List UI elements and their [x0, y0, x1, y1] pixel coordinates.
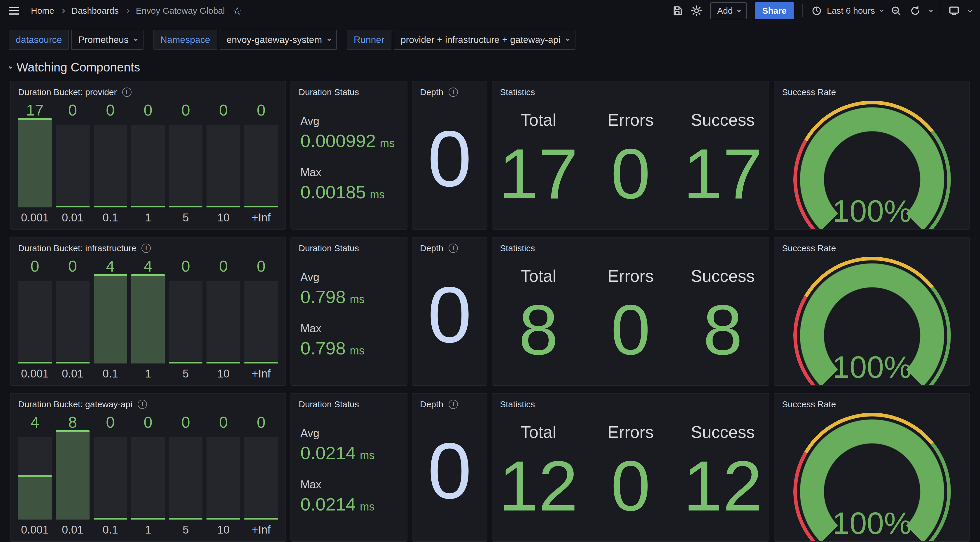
statistic-value: 8	[703, 296, 743, 364]
variable-datasource: datasource Prometheus	[9, 30, 143, 50]
statistic-value: 0	[611, 452, 651, 520]
stat-value: 0.798ms	[301, 338, 398, 359]
bar-category-label: 5	[169, 365, 202, 381]
save-icon[interactable]	[672, 5, 683, 16]
bar-track	[169, 125, 202, 207]
bucket-bar: 05	[169, 100, 202, 225]
info-icon[interactable]: i	[138, 400, 147, 409]
datasource-select[interactable]: Prometheus	[71, 30, 143, 50]
kiosk-monitor-icon[interactable]	[948, 5, 959, 16]
section-title: Watching Components	[17, 61, 140, 74]
row-header-watching-components[interactable]: Watching Components	[0, 56, 980, 81]
stat-value: 0.0214ms	[301, 494, 398, 515]
bar-fill	[94, 274, 127, 363]
statistic: Total17	[492, 97, 584, 220]
statistic-label: Success	[690, 110, 754, 129]
bar-category-label: 10	[207, 365, 240, 381]
breadcrumb-dashboards[interactable]: Dashboards	[72, 6, 119, 16]
bar	[18, 432, 52, 521]
bar-track	[207, 437, 240, 520]
chevron-right-icon	[60, 8, 65, 13]
bar-value-label: 0	[94, 100, 127, 120]
bar-category-label: 0.01	[56, 209, 89, 225]
stat-value: 0.00185ms	[301, 182, 398, 202]
bar-fill	[244, 518, 278, 520]
statistic-value: 12	[683, 452, 762, 520]
bar-fill	[56, 206, 89, 207]
gear-icon[interactable]	[691, 5, 702, 16]
bucket-bar: 010	[207, 100, 240, 225]
bar-value-label: 0	[131, 100, 165, 120]
bar-track	[56, 281, 89, 363]
panel-duration-bucket: Duration Bucket: infrastructure i 00.001…	[10, 237, 286, 386]
stat-avg: Avg 0.000992ms	[301, 115, 398, 151]
bar-category-label: 5	[169, 521, 202, 537]
bar-category-label: 0.001	[18, 209, 52, 225]
bar-value-label: 17	[18, 100, 52, 120]
panel-title: Duration Bucket: provider	[18, 87, 117, 97]
bar-value-label: 0	[207, 412, 240, 432]
bucket-bar: 010	[207, 256, 240, 381]
namespace-select[interactable]: envoy-gateway-system	[220, 30, 337, 50]
chevron-down-icon[interactable]	[968, 8, 973, 13]
bucket-bar: 01	[131, 412, 165, 537]
info-icon[interactable]: i	[142, 244, 151, 253]
breadcrumb-home[interactable]: Home	[31, 6, 54, 16]
statistic-label: Errors	[608, 422, 654, 442]
stat-max: Max 0.0214ms	[301, 478, 398, 515]
stat-max: Max 0.00185ms	[301, 166, 398, 202]
bar-category-label: 10	[207, 521, 240, 537]
chevron-down-icon[interactable]	[929, 8, 933, 12]
bar-value-label: 0	[207, 100, 240, 120]
dashboard-row: Duration Bucket: provider i 170.00100.01…	[10, 81, 970, 230]
bar	[207, 276, 240, 365]
divider	[940, 4, 940, 17]
runner-value: provider + infrastructure + gateway-api	[401, 34, 561, 45]
stat-unit: ms	[380, 137, 395, 149]
stat-unit: ms	[370, 188, 385, 201]
chevron-down-icon	[880, 8, 883, 12]
statistic-label: Total	[520, 110, 557, 129]
bar-value-label: 0	[207, 256, 240, 276]
star-icon[interactable]: ☆	[232, 5, 242, 17]
dashboard-row: Duration Bucket: gateway-api i 40.00180.…	[10, 393, 970, 542]
bar-value-label: 0	[169, 412, 202, 432]
variable-namespace: Namespace envoy-gateway-system	[153, 30, 337, 50]
statistic: Errors0	[584, 409, 677, 532]
statistic-value: 8	[519, 296, 558, 364]
divider	[802, 4, 803, 17]
zoom-out-icon[interactable]	[891, 5, 902, 16]
bar-fill	[18, 118, 52, 207]
bar-track	[131, 125, 165, 207]
bucket-bar: 00.01	[56, 256, 89, 381]
bar	[56, 120, 89, 209]
bucket-bar: 05	[169, 412, 202, 537]
add-button[interactable]: Add	[710, 2, 746, 19]
stat-max: Max 0.798ms	[301, 322, 398, 359]
panel-depth: Depth i 0	[412, 237, 487, 386]
bar	[94, 120, 127, 209]
bar-gauge: 40.00180.0100.101050100+Inf	[11, 409, 286, 541]
bucket-bar: 00.01	[56, 100, 89, 225]
bar-track	[244, 437, 278, 520]
statistic-label: Total	[520, 266, 557, 285]
runner-select[interactable]: provider + infrastructure + gateway-api	[394, 30, 576, 50]
info-icon[interactable]: i	[122, 88, 132, 97]
bar	[131, 432, 165, 521]
time-range-picker[interactable]: Last 6 hours	[811, 5, 882, 16]
bucket-bar: 01	[131, 100, 165, 225]
bar-category-label: +Inf	[244, 365, 278, 381]
bar	[169, 120, 202, 209]
statistic: Errors0	[584, 97, 677, 220]
top-bar: Home Dashboards Envoy Gateway Global ☆ A…	[0, 0, 980, 22]
depth-value: 0	[412, 244, 487, 385]
gauge: 100%	[775, 253, 969, 385]
bucket-bar: 0+Inf	[244, 412, 278, 537]
share-button[interactable]: Share	[755, 2, 794, 19]
refresh-icon[interactable]	[910, 5, 921, 16]
panel-depth: Depth i 0	[412, 393, 487, 542]
statistic: Errors0	[584, 253, 677, 376]
menu-icon[interactable]	[9, 7, 19, 14]
bar-fill	[207, 206, 240, 207]
stat-label: Max	[301, 166, 398, 179]
